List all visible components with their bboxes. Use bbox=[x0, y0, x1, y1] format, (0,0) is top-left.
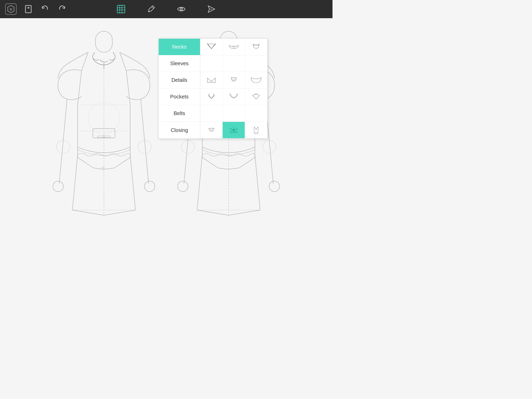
category-item-sleeves[interactable]: Sleeves bbox=[159, 55, 200, 72]
garment-front: ψ bbox=[49, 23, 158, 244]
toolbar: ψ bbox=[0, 0, 332, 18]
svg-line-54 bbox=[255, 132, 255, 134]
svg-point-12 bbox=[181, 9, 182, 10]
grid-cell-4-1[interactable] bbox=[223, 105, 245, 122]
undo-button[interactable] bbox=[41, 4, 50, 14]
grid-cell-3-2[interactable] bbox=[245, 89, 267, 105]
grid-cell-5-1[interactable] bbox=[223, 122, 245, 138]
svg-rect-4 bbox=[117, 5, 125, 13]
edit-button[interactable] bbox=[147, 4, 156, 14]
category-list: Necks Sleeves Details Pockets Belts Clos… bbox=[159, 39, 200, 138]
preview-button[interactable] bbox=[177, 4, 186, 14]
category-panel: Necks Sleeves Details Pockets Belts Clos… bbox=[158, 38, 268, 139]
grid-cell-4-0[interactable] bbox=[200, 105, 223, 122]
grid-cell-4-2[interactable] bbox=[245, 105, 267, 122]
category-item-pockets[interactable]: Pockets bbox=[159, 89, 200, 105]
svg-text:ψ: ψ bbox=[101, 165, 105, 170]
grid-cell-5-2[interactable] bbox=[245, 122, 267, 138]
svg-line-16 bbox=[141, 99, 149, 184]
svg-line-41 bbox=[211, 44, 216, 49]
grid-cell-1-2[interactable] bbox=[245, 55, 267, 72]
svg-line-58 bbox=[258, 131, 258, 134]
toolbar-left: ψ bbox=[5, 3, 66, 15]
svg-line-9 bbox=[152, 7, 154, 9]
grid-cell-2-0[interactable] bbox=[200, 72, 223, 89]
main-content: ψ bbox=[0, 18, 332, 249]
category-item-details[interactable]: Details bbox=[159, 72, 200, 89]
app-logo[interactable]: ψ bbox=[5, 3, 17, 15]
toolbar-center bbox=[116, 4, 216, 14]
svg-line-53 bbox=[254, 131, 254, 134]
svg-text:ψ: ψ bbox=[10, 7, 12, 11]
grid-cell-5-0[interactable] bbox=[200, 122, 223, 138]
grid-view-button[interactable] bbox=[116, 4, 126, 14]
grid-cell-2-1[interactable] bbox=[223, 72, 245, 89]
grid-cell-0-1[interactable] bbox=[223, 39, 245, 55]
grid-cell-1-1[interactable] bbox=[223, 55, 245, 72]
svg-line-57 bbox=[257, 132, 258, 134]
category-item-belts[interactable]: Belts bbox=[159, 105, 200, 122]
category-item-closing[interactable]: Closing bbox=[159, 122, 200, 138]
svg-point-17 bbox=[53, 181, 63, 191]
svg-rect-14 bbox=[96, 31, 112, 52]
grid-cell-0-2[interactable] bbox=[245, 39, 267, 55]
grid-cell-2-2[interactable] bbox=[245, 72, 267, 89]
grid-cell-0-0[interactable] bbox=[200, 39, 223, 55]
grid-panel bbox=[200, 39, 267, 138]
grid-cell-1-0[interactable] bbox=[200, 55, 223, 72]
svg-point-18 bbox=[144, 181, 155, 191]
svg-line-40 bbox=[207, 44, 211, 49]
send-button[interactable] bbox=[207, 4, 216, 14]
grid-cell-3-0[interactable] bbox=[200, 89, 223, 105]
svg-line-15 bbox=[59, 99, 67, 184]
category-item-necks[interactable]: Necks bbox=[159, 39, 200, 55]
svg-point-34 bbox=[269, 181, 280, 191]
new-button[interactable] bbox=[24, 4, 33, 14]
redo-button[interactable] bbox=[57, 4, 66, 14]
svg-line-56 bbox=[257, 132, 257, 135]
svg-point-33 bbox=[178, 181, 188, 191]
svg-line-55 bbox=[255, 132, 256, 135]
svg-rect-1 bbox=[25, 5, 31, 13]
grid-cell-3-1[interactable] bbox=[223, 89, 245, 105]
